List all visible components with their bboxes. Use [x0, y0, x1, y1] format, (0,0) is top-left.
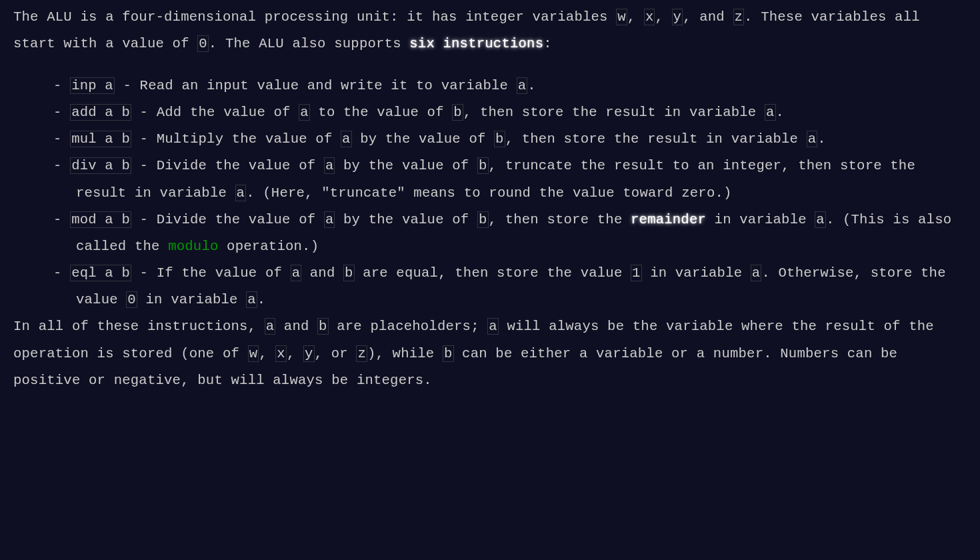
- code-value-one: 1: [631, 265, 642, 281]
- text: and: [301, 265, 343, 281]
- instruction-mul: mul a b - Multiply the value of a by the…: [53, 126, 960, 153]
- code-var-a: a: [341, 131, 352, 147]
- code-var-a: a: [807, 131, 818, 147]
- text: ), while: [367, 346, 443, 361]
- instruction-eql: eql a b - If the value of a and b are eq…: [53, 260, 960, 313]
- document-body: The ALU is a four-dimensional processing…: [0, 0, 973, 410]
- code-var-a: a: [265, 318, 276, 335]
- instruction-inp: inp a - Read an input value and write it…: [53, 73, 960, 99]
- text: by the value of: [335, 212, 477, 227]
- text: - Divide the value of: [131, 212, 324, 227]
- text: ,: [287, 346, 303, 361]
- code-value-zero: 0: [197, 35, 209, 52]
- code-var-a: a: [246, 291, 257, 308]
- text: :: [543, 36, 552, 51]
- text: - Multiply the value of: [131, 131, 341, 147]
- text: .: [776, 105, 785, 120]
- code-var-a: a: [299, 104, 310, 121]
- text: , and: [683, 9, 733, 25]
- text: The ALU is a four-dimensional processing…: [13, 9, 616, 25]
- code-var-b: b: [343, 265, 355, 281]
- code-cmd: inp a: [70, 77, 115, 94]
- text: by the value of: [352, 131, 495, 147]
- code-variable-z: z: [356, 345, 367, 362]
- code-variable-z: z: [733, 9, 745, 25]
- code-cmd: div a b: [70, 157, 131, 174]
- text: - Add the value of: [131, 105, 299, 120]
- code-var-a: a: [487, 318, 499, 335]
- text: and: [275, 319, 317, 334]
- text: - Read an input value and write it to va…: [115, 78, 517, 93]
- instruction-div: div a b - Divide the value of a by the v…: [53, 153, 960, 206]
- instruction-mod: mod a b - Divide the value of a by the v…: [53, 207, 960, 260]
- code-variable-x: x: [644, 9, 655, 25]
- text: , then store the result in variable: [505, 131, 807, 147]
- code-cmd: add a b: [70, 104, 131, 121]
- code-variable-x: x: [275, 345, 287, 362]
- text: .: [817, 131, 826, 147]
- text: ,: [627, 9, 644, 25]
- code-var-a: a: [291, 265, 302, 281]
- code-cmd: mul a b: [70, 131, 131, 147]
- code-var-a: a: [324, 157, 335, 174]
- text: .: [527, 78, 536, 93]
- text: . The ALU also supports: [209, 36, 409, 51]
- text: , then store the: [489, 212, 631, 227]
- paragraph-intro: The ALU is a four-dimensional processing…: [13, 4, 960, 57]
- code-var-a: a: [751, 265, 762, 281]
- code-cmd: mod a b: [70, 211, 131, 228]
- text: operation.): [219, 239, 319, 254]
- text: .: [257, 292, 266, 307]
- code-variable-y: y: [672, 9, 683, 25]
- text: in variable: [137, 292, 246, 307]
- text: ,: [655, 9, 671, 25]
- code-var-b: b: [452, 104, 463, 121]
- code-variable-y: y: [303, 345, 315, 362]
- text: are placeholders;: [329, 319, 488, 334]
- code-var-b: b: [317, 318, 329, 335]
- text: in variable: [642, 265, 751, 281]
- text: , or: [315, 346, 357, 361]
- text: ,: [259, 346, 275, 361]
- text: . (Here, "truncate" means to round the v…: [246, 185, 731, 201]
- emphasis-remainder: remainder: [631, 212, 706, 227]
- text: In all of these instructions,: [13, 319, 265, 334]
- paragraph-placeholders: In all of these instructions, a and b ar…: [13, 313, 960, 393]
- code-cmd: eql a b: [70, 265, 131, 281]
- code-variable-w: w: [248, 345, 259, 362]
- emphasis-six-instructions: six instructions: [409, 36, 543, 51]
- code-var-a: a: [815, 211, 826, 228]
- code-var-a: a: [517, 77, 528, 94]
- instruction-list: inp a - Read an input value and write it…: [13, 73, 960, 313]
- text: by the value of: [335, 158, 477, 173]
- text: in variable: [706, 212, 815, 227]
- instruction-add: add a b - Add the value of a to the valu…: [53, 99, 960, 126]
- text: , then store the result in variable: [463, 105, 765, 120]
- code-value-zero: 0: [126, 291, 137, 308]
- code-variable-w: w: [616, 9, 627, 25]
- code-var-b: b: [443, 345, 454, 362]
- code-var-b: b: [477, 211, 489, 228]
- text: - If the value of: [131, 265, 291, 281]
- link-modulo[interactable]: modulo: [168, 239, 218, 254]
- text: to the value of: [310, 105, 453, 120]
- code-var-a: a: [324, 211, 335, 228]
- code-var-a: a: [235, 185, 247, 201]
- code-var-b: b: [494, 131, 505, 147]
- code-var-b: b: [477, 157, 489, 174]
- text: - Divide the value of: [131, 158, 324, 173]
- code-var-a: a: [765, 104, 776, 121]
- text: are equal, then store the value: [355, 265, 631, 281]
